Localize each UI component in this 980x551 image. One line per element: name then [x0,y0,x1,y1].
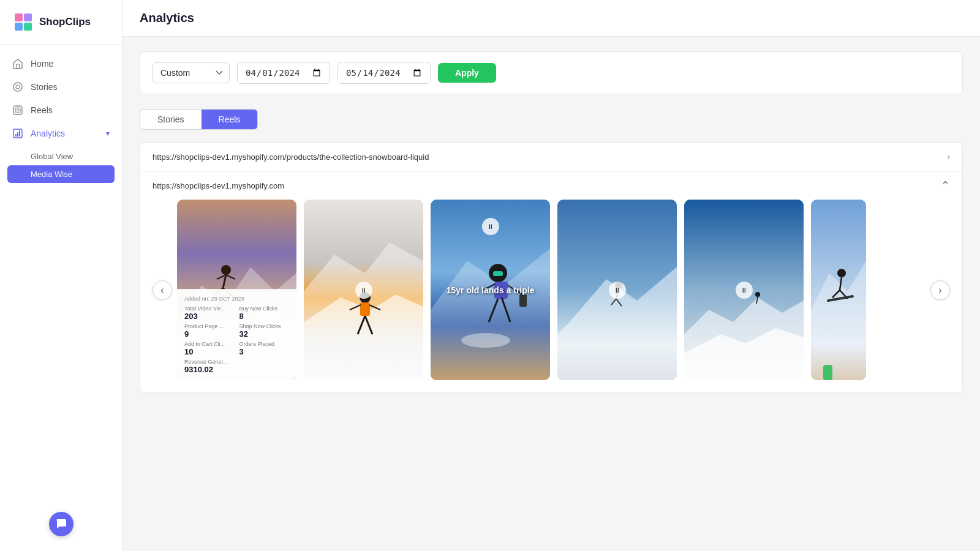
logo-area: ShopClips [0,0,122,45]
chevron-right-icon: › [947,151,950,162]
chat-bubble-button[interactable] [49,512,74,536]
apply-button[interactable]: Apply [438,63,496,83]
stat-orders: Orders Placed 3 [239,341,290,356]
date-to-input[interactable] [337,62,431,84]
sidebar-item-stories-label: Stories [31,82,58,92]
svg-point-10 [17,109,19,111]
svg-rect-13 [17,132,18,137]
global-view-label: Global View [31,152,73,161]
overlay-stats-grid: Total Video Vie... 203 Buy Now Clicks 8 … [184,305,289,374]
svg-rect-37 [493,271,503,276]
carousel-next-button[interactable]: › [930,280,950,300]
analytics-sub-nav: Global View Media Wise [0,145,122,186]
media-wise-label: Media Wise [31,170,72,179]
svg-rect-42 [519,294,527,307]
content-tabs: Stories Reels [140,109,258,130]
accordion-url-2: https://shopclips-dev1.myshopify.com [153,181,284,190]
chevron-up-icon: ⌃ [941,179,950,192]
svg-rect-28 [360,302,370,316]
overlay-date: Added on: 23 OCT 2023 [184,296,289,302]
svg-rect-3 [15,23,23,31]
sidebar: ShopClips Home Stories Reels [0,0,123,551]
filter-bar: Custom Last 7 days Last 30 days Last 90 … [140,51,963,94]
sidebar-item-global-view[interactable]: Global View [0,148,122,165]
svg-point-53 [755,292,760,297]
tab-stories[interactable]: Stories [140,110,202,129]
card-4-play-btn[interactable]: ⏸ [609,282,626,299]
carousel-prev-button[interactable]: ‹ [153,280,172,300]
app-logo-icon [12,11,34,33]
stat-buy-now: Buy Now Clicks 8 [239,305,290,321]
media-card-6[interactable] [811,200,866,380]
svg-point-57 [837,269,846,277]
svg-rect-2 [24,13,32,21]
sidebar-nav: Home Stories Reels [0,45,122,551]
sidebar-item-home-label: Home [31,59,53,69]
stat-product-page: Product Page ... 9 [184,323,235,339]
sidebar-item-analytics[interactable]: Analytics ▾ [0,122,122,145]
media-carousel: ‹ [140,200,962,392]
svg-rect-9 [15,108,20,113]
tab-reels[interactable]: Reels [202,110,258,129]
media-card-2[interactable]: ⏸ [304,200,423,380]
svg-rect-8 [13,106,22,114]
card-3-text: 15yr old lands a triple [447,285,535,295]
sidebar-item-reels[interactable]: Reels [0,99,122,122]
card-2-play-btn[interactable]: ⏸ [355,282,372,299]
chevron-down-icon: ▾ [106,129,110,138]
analytics-icon [12,128,23,139]
card-3-play-btn[interactable]: ⏸ [482,218,499,235]
stat-shop-now: Shop Now Clicks 32 [239,323,290,339]
date-from-input[interactable] [237,62,330,84]
svg-rect-4 [24,23,32,31]
accordion-item-url1[interactable]: https://shopclips-dev1.myshopify.com/pro… [140,143,962,171]
page-title: Analytics [140,11,194,25]
stat-add-to-cart: Add to Cart Cli... 10 [184,341,235,356]
media-card-5[interactable]: ⏸ [684,200,804,380]
svg-rect-1 [15,13,23,21]
stories-icon [12,81,23,92]
svg-point-7 [16,85,20,89]
date-range-select[interactable]: Custom Last 7 days Last 30 days Last 90 … [153,62,230,83]
card-5-play-btn[interactable]: ⏸ [736,282,753,299]
chat-icon [55,518,67,530]
sidebar-item-media-wise[interactable]: Media Wise [7,165,115,183]
card-image-6 [811,200,866,380]
svg-point-43 [461,333,510,348]
media-card-1[interactable]: Added on: 23 OCT 2023 Total Video Vie...… [177,200,296,380]
stat-revenue: Revenue Gener... 9310.02 [184,359,289,374]
accordion-item-url2: https://shopclips-dev1.myshopify.com ⌃ ‹ [140,171,962,392]
reels-icon [12,105,23,116]
main-content: Analytics Custom Last 7 days Last 30 day… [123,0,980,551]
accordion-url-1: https://shopclips-dev1.myshopify.com/pro… [153,152,429,162]
card-1-overlay: Added on: 23 OCT 2023 Total Video Vie...… [177,289,296,380]
media-card-3[interactable]: 15yr old lands a triple ⏸ [431,200,550,380]
sidebar-item-reels-label: Reels [31,105,53,115]
svg-point-6 [13,83,22,91]
app-name: ShopClips [39,16,91,28]
page-header: Analytics [123,0,980,37]
svg-rect-14 [19,130,20,137]
carousel-track: Added on: 23 OCT 2023 Total Video Vie...… [177,200,925,380]
home-icon [12,58,23,69]
content-area: Custom Last 7 days Last 30 days Last 90 … [123,37,980,551]
stat-total-video: Total Video Vie... 203 [184,305,235,321]
svg-rect-12 [15,134,17,137]
sidebar-item-analytics-label: Analytics [31,129,65,138]
svg-rect-62 [823,365,832,380]
svg-rect-5 [17,64,20,69]
sidebar-item-home[interactable]: Home [0,52,122,75]
accordion-url2-header[interactable]: https://shopclips-dev1.myshopify.com ⌃ [140,171,962,200]
media-card-4[interactable]: ⏸ [557,200,677,380]
url-accordion: https://shopclips-dev1.myshopify.com/pro… [140,142,963,393]
sidebar-item-stories[interactable]: Stories [0,75,122,99]
svg-point-18 [221,265,231,275]
